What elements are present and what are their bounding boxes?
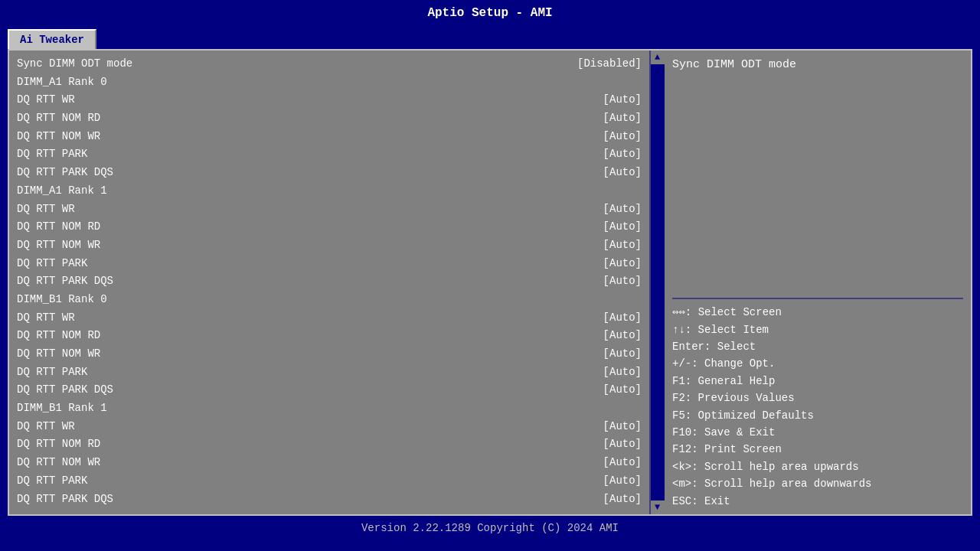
menu-item-value: [Auto]: [603, 382, 642, 399]
menu-row[interactable]: DQ RTT PARK DQS[Auto]: [17, 491, 642, 509]
menu-row[interactable]: DQ RTT WR[Auto]: [17, 309, 642, 328]
menu-item-label: DQ RTT WR: [17, 419, 75, 435]
key-help-row: Enter: Select: [672, 338, 963, 355]
menu-row: DIMM_B1 Rank 0: [17, 291, 642, 309]
menu-item-value: [Auto]: [603, 455, 642, 471]
menu-item-value: [Auto]: [603, 146, 642, 163]
key-help-row: ⇔⇔: Select Screen: [672, 304, 963, 321]
app-title: Aptio Setup - AMI: [427, 6, 552, 20]
menu-row[interactable]: DQ RTT NOM WR[Auto]: [17, 454, 642, 472]
tab-bar: Ai Tweaker: [0, 26, 980, 49]
menu-item-label: DQ RTT NOM RD: [17, 436, 100, 453]
right-panel: Sync DIMM ODT mode ⇔⇔: Select Screen↑↓: …: [665, 51, 971, 514]
key-help-row: +/-: Change Opt.: [672, 355, 963, 372]
menu-item-label: DQ RTT PARK: [17, 256, 87, 272]
left-panel: Sync DIMM ODT mode[Disabled]DIMM_A1 Rank…: [9, 51, 651, 514]
scrollbar[interactable]: ▲ ▼: [651, 51, 665, 514]
menu-row: DIMM_A1 Rank 0: [17, 73, 642, 92]
key-help-row: F1: General Help: [672, 373, 963, 390]
menu-item-label: DQ RTT NOM WR: [17, 455, 100, 471]
menu-item-label: DQ RTT PARK DQS: [17, 273, 113, 290]
help-text-area: Sync DIMM ODT mode: [672, 55, 963, 293]
scroll-thumb[interactable]: [651, 64, 665, 110]
menu-item-value: [Disabled]: [577, 56, 642, 73]
menu-item-label: DQ RTT PARK DQS: [17, 382, 113, 399]
menu-item-label: DQ RTT PARK: [17, 146, 87, 163]
menu-item-label: DQ RTT WR: [17, 310, 75, 327]
menu-item-label: DQ RTT WR: [17, 92, 75, 109]
menu-item-label: DQ RTT NOM RD: [17, 110, 100, 127]
menu-row: DIMM_A1 Rank 1: [17, 182, 642, 201]
key-help-row: <m>: Scroll help area downwards: [672, 475, 963, 492]
scroll-down-arrow[interactable]: ▼: [651, 500, 665, 514]
menu-row: DIMM_B1 Rank 1: [17, 399, 642, 418]
menu-item-value: [Auto]: [603, 219, 642, 236]
menu-item-label: DQ RTT PARK DQS: [17, 165, 113, 181]
menu-row[interactable]: DQ RTT PARK[Auto]: [17, 472, 642, 491]
menu-row[interactable]: DQ RTT PARK DQS[Auto]: [17, 272, 642, 291]
menu-item-value: [Auto]: [603, 473, 642, 490]
title-bar: Aptio Setup - AMI: [0, 0, 980, 26]
key-help: ⇔⇔: Select Screen↑↓: Select ItemEnter: S…: [672, 304, 963, 510]
menu-item-label: DQ RTT NOM WR: [17, 237, 100, 254]
menu-item-value: [Auto]: [603, 92, 642, 109]
help-title: Sync DIMM ODT mode: [672, 58, 796, 71]
menu-row[interactable]: DQ RTT NOM WR[Auto]: [17, 345, 642, 364]
menu-row[interactable]: Sync DIMM ODT mode[Disabled]: [17, 55, 642, 73]
scroll-track: [651, 64, 665, 500]
menu-item-label: DQ RTT NOM RD: [17, 328, 100, 344]
menu-item-value: [Auto]: [603, 110, 642, 127]
menu-item-value: [Auto]: [603, 201, 642, 218]
menu-item-label: DIMM_B1 Rank 0: [17, 292, 107, 308]
menu-item-label: DQ RTT PARK: [17, 473, 87, 490]
menu-row[interactable]: DQ RTT WR[Auto]: [17, 91, 642, 109]
menu-item-value: [Auto]: [603, 364, 642, 381]
menu-row[interactable]: DQ RTT PARK[Auto]: [17, 364, 642, 382]
menu-item-value: [Auto]: [603, 491, 642, 508]
menu-item-label: DQ RTT WR: [17, 201, 75, 218]
menu-item-value: [Auto]: [603, 237, 642, 254]
menu-item-value: [Auto]: [603, 419, 642, 435]
footer: Version 2.22.1289 Copyright (C) 2024 AMI: [0, 516, 980, 540]
version-text: Version 2.22.1289 Copyright (C) 2024 AMI: [361, 522, 619, 534]
menu-item-label: DQ RTT PARK: [17, 364, 87, 381]
menu-row[interactable]: DQ RTT NOM RD[Auto]: [17, 435, 642, 454]
menu-item-label: DQ RTT PARK DQS: [17, 491, 113, 508]
menu-row[interactable]: DQ RTT WR[Auto]: [17, 418, 642, 436]
menu-item-label: DIMM_A1 Rank 1: [17, 183, 107, 200]
menu-item-value: [Auto]: [603, 256, 642, 272]
menu-item-value: [Auto]: [603, 273, 642, 290]
scroll-up-arrow[interactable]: ▲: [651, 51, 665, 64]
menu-row[interactable]: DQ RTT NOM RD[Auto]: [17, 327, 642, 345]
menu-row[interactable]: DQ RTT NOM RD[Auto]: [17, 218, 642, 236]
menu-row[interactable]: DQ RTT PARK DQS[Auto]: [17, 164, 642, 182]
menu-item-label: Sync DIMM ODT mode: [17, 56, 132, 73]
main-content: Sync DIMM ODT mode[Disabled]DIMM_A1 Rank…: [8, 49, 972, 516]
menu-item-label: DQ RTT NOM WR: [17, 129, 100, 145]
key-help-row: F5: Optimized Defaults: [672, 407, 963, 424]
menu-list: Sync DIMM ODT mode[Disabled]DIMM_A1 Rank…: [17, 55, 642, 508]
menu-row[interactable]: DQ RTT NOM RD[Auto]: [17, 109, 642, 128]
key-help-row: F10: Save & Exit: [672, 424, 963, 441]
key-help-row: ESC: Exit: [672, 493, 963, 510]
menu-row[interactable]: DQ RTT PARK[Auto]: [17, 145, 642, 164]
menu-row[interactable]: DQ RTT PARK DQS[Auto]: [17, 381, 642, 399]
menu-row[interactable]: DQ RTT WR[Auto]: [17, 201, 642, 219]
menu-row[interactable]: DQ RTT PARK[Auto]: [17, 255, 642, 273]
key-help-row: ↑↓: Select Item: [672, 321, 963, 338]
ai-tweaker-tab[interactable]: Ai Tweaker: [8, 29, 96, 49]
key-help-row: <k>: Scroll help area upwards: [672, 458, 963, 475]
menu-row[interactable]: DQ RTT NOM WR[Auto]: [17, 236, 642, 255]
menu-row[interactable]: DQ RTT NOM WR[Auto]: [17, 128, 642, 146]
menu-item-label: DQ RTT NOM RD: [17, 219, 100, 236]
menu-item-value: [Auto]: [603, 436, 642, 453]
menu-item-value: [Auto]: [603, 310, 642, 327]
key-help-row: F2: Previous Values: [672, 390, 963, 406]
menu-item-value: [Auto]: [603, 129, 642, 145]
key-help-row: F12: Print Screen: [672, 441, 963, 458]
menu-item-label: DIMM_A1 Rank 0: [17, 74, 107, 91]
menu-item-value: [Auto]: [603, 165, 642, 181]
menu-item-label: DQ RTT NOM WR: [17, 346, 100, 363]
menu-item-label: DIMM_B1 Rank 1: [17, 400, 107, 417]
divider: [672, 298, 963, 299]
